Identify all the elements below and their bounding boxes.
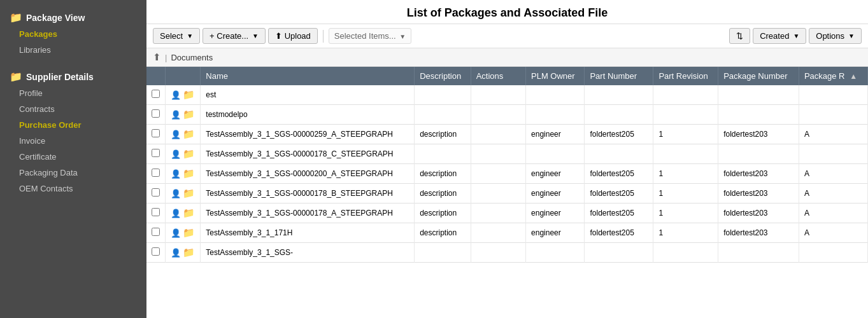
table-row: 👤 📁 TestAssembly_3_1_SGS- — [146, 243, 868, 263]
row-package-r: A — [799, 125, 867, 144]
sidebar-item-packaging-data[interactable]: Packaging Data — [0, 165, 146, 181]
row-checkbox-cell — [146, 223, 166, 243]
row-part-number — [585, 243, 653, 263]
sidebar: 📁 Package View Packages Libraries 📁 Supp… — [0, 0, 146, 318]
row-name: TestAssembly_3_1_SGS-00000200_A_STEEPGRA… — [201, 164, 415, 184]
row-checkbox[interactable] — [152, 90, 160, 98]
sidebar-item-contracts[interactable]: Contracts — [0, 101, 146, 117]
sidebar-section-package-view-label: Package View — [26, 13, 85, 23]
row-icon-cell: 👤 📁 — [166, 125, 201, 144]
row-part-revision: 1 — [653, 223, 718, 243]
row-package-r — [799, 85, 867, 105]
row-part-revision: 1 — [653, 164, 718, 184]
col-checkbox — [146, 67, 166, 85]
breadcrumb-bar: ⬆ | Documents — [146, 48, 868, 67]
col-name: Name — [201, 67, 415, 85]
sidebar-section-supplier-details-label: Supplier Details — [26, 72, 94, 82]
sidebar-section-package-view: 📁 Package View — [0, 6, 146, 26]
row-checkbox[interactable] — [152, 169, 160, 177]
person-icon: 👤 — [171, 110, 181, 120]
row-package-number — [718, 85, 799, 105]
row-checkbox[interactable] — [152, 149, 160, 157]
row-actions — [471, 105, 525, 125]
col-part-number: Part Number — [585, 67, 653, 85]
row-package-number — [718, 243, 799, 263]
person-icon: 👤 — [171, 169, 181, 179]
row-package-number — [718, 144, 799, 164]
row-part-number: foldertest205 — [585, 184, 653, 204]
row-checkbox[interactable] — [152, 208, 160, 216]
row-actions — [471, 243, 525, 263]
sidebar-item-oem-contacts[interactable]: OEM Contacts — [0, 181, 146, 197]
row-checkbox[interactable] — [152, 228, 160, 236]
sidebar-item-certificate[interactable]: Certificate — [0, 149, 146, 165]
row-checkbox[interactable] — [152, 109, 160, 118]
table-row: 👤 📁 est — [146, 85, 868, 105]
select-button[interactable]: Select ▼ — [153, 28, 200, 44]
row-package-number: foldertest203 — [718, 204, 799, 223]
row-icon-cell: 👤 📁 — [166, 184, 201, 204]
sidebar-item-purchase-order[interactable]: Purchase Order — [0, 117, 146, 133]
row-package-r: A — [799, 164, 867, 184]
table-row: 👤 📁 TestAssembly_3_1_SGS-00000200_A_STEE… — [146, 164, 868, 184]
row-part-number: foldertest205 — [585, 204, 653, 223]
row-description — [415, 243, 471, 263]
person-icon: 👤 — [171, 209, 181, 218]
row-checkbox-cell — [146, 125, 166, 144]
row-name: TestAssembly_3_1_SGS-00000178_A_STEEPGRA… — [201, 204, 415, 223]
row-part-number — [585, 105, 653, 125]
page-title: List of Packages and Associated File — [146, 0, 868, 24]
col-part-revision: Part Revision — [653, 67, 718, 85]
row-name: TestAssembly_3_1_SGS-00000259_A_STEEPGRA… — [201, 125, 415, 144]
folder-icon: 📁 — [183, 109, 195, 120]
upload-button[interactable]: ⬆ Upload — [268, 28, 318, 44]
selected-items-dropdown-arrow: ▼ — [399, 33, 406, 40]
row-checkbox[interactable] — [152, 247, 160, 256]
selected-items-button[interactable]: Selected Items... ▼ — [329, 28, 411, 44]
create-button[interactable]: + Create... ▼ — [203, 28, 266, 44]
table-row: 👤 📁 TestAssembly_3_1_SGS-00000178_B_STEE… — [146, 184, 868, 204]
sidebar-item-profile[interactable]: Profile — [0, 85, 146, 101]
folder-icon: 📁 — [183, 148, 195, 159]
package-r-sort-icon: ▲ — [850, 72, 857, 81]
person-icon: 👤 — [171, 248, 181, 258]
row-actions — [471, 164, 525, 184]
row-description: description — [415, 204, 471, 223]
row-name: TestAssembly_3_1_171H — [201, 223, 415, 243]
row-checkbox[interactable] — [152, 129, 160, 137]
row-part-revision: 1 — [653, 204, 718, 223]
table-body: 👤 📁 est 👤 📁 testmodelpo 👤 📁 TestAssembly… — [146, 85, 868, 263]
row-package-number: foldertest203 — [718, 184, 799, 204]
table-row: 👤 📁 TestAssembly_3_1_SGS-00000178_A_STEE… — [146, 204, 868, 223]
options-button[interactable]: Options ▼ — [809, 28, 862, 44]
row-part-number — [585, 85, 653, 105]
person-icon: 👤 — [171, 228, 181, 238]
row-actions — [471, 85, 525, 105]
row-actions — [471, 223, 525, 243]
sidebar-item-invoice[interactable]: Invoice — [0, 133, 146, 149]
row-part-revision — [653, 243, 718, 263]
sort-icon-button[interactable]: ⇅ — [729, 28, 750, 44]
row-part-revision: 1 — [653, 125, 718, 144]
person-icon: 👤 — [171, 130, 181, 139]
row-plm-owner — [526, 243, 585, 263]
sidebar-item-packages[interactable]: Packages — [0, 26, 146, 42]
sidebar-item-libraries[interactable]: Libraries — [0, 42, 146, 58]
packages-table: Name Description Actions PLM Owner Part … — [146, 67, 868, 263]
table-container: Name Description Actions PLM Owner Part … — [146, 67, 868, 318]
row-checkbox-cell — [146, 243, 166, 263]
row-plm-owner: engineer — [526, 125, 585, 144]
options-dropdown-arrow: ▼ — [848, 32, 855, 39]
created-button[interactable]: Created ▼ — [753, 28, 806, 44]
table-row: 👤 📁 TestAssembly_3_1_SGS-00000178_C_STEE… — [146, 144, 868, 164]
row-actions — [471, 125, 525, 144]
row-plm-owner: engineer — [526, 204, 585, 223]
row-actions — [471, 144, 525, 164]
row-checkbox[interactable] — [152, 188, 160, 197]
col-package-r: Package R ▲ — [799, 67, 867, 85]
row-package-r — [799, 105, 867, 125]
row-package-r: A — [799, 204, 867, 223]
row-part-revision — [653, 85, 718, 105]
breadcrumb-up-icon: ⬆ — [153, 52, 161, 63]
row-package-number: foldertest203 — [718, 164, 799, 184]
